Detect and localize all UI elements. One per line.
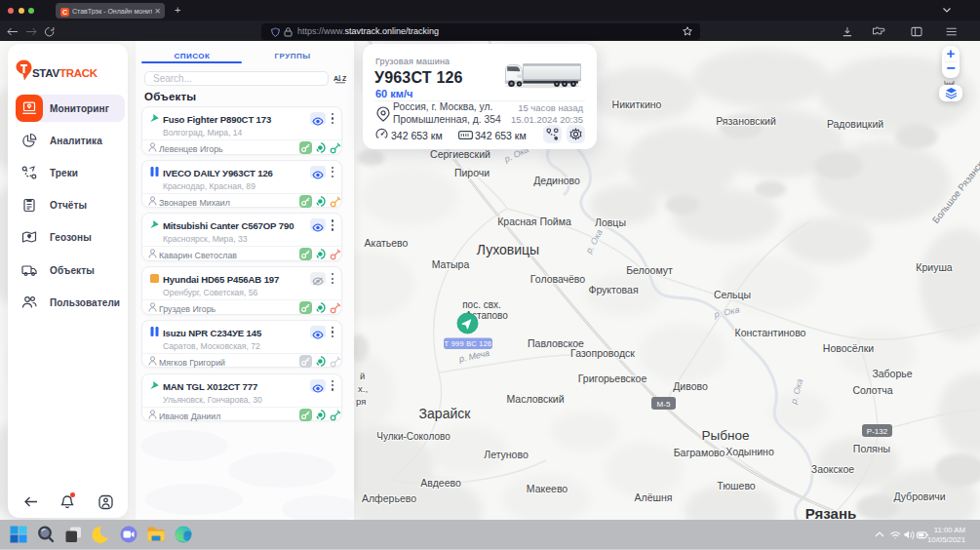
svg-text:Белоомут: Белоомут (626, 264, 673, 276)
svg-text:Масловский: Масловский (506, 393, 564, 405)
svg-text:Р-132: Р-132 (867, 427, 888, 436)
svg-text:Никиткино: Никиткино (612, 98, 662, 110)
svg-text:Головачёво: Головачёво (530, 273, 586, 285)
svg-text:Авдеево: Авдеево (420, 477, 461, 489)
svg-text:Z: Z (342, 75, 347, 82)
svg-text:Рязановский: Рязановский (716, 115, 776, 127)
svg-text:Матыра: Матыра (432, 258, 470, 270)
svg-text:Сергиевский: Сергиевский (430, 148, 490, 160)
svg-text:TRACK: TRACK (59, 67, 98, 79)
svg-text:Т 999 ВС 126: Т 999 ВС 126 (445, 339, 492, 348)
svg-text:A: A (333, 75, 338, 82)
svg-text:Макеево: Макеево (527, 483, 568, 494)
svg-text:Дивово: Дивово (673, 380, 708, 392)
svg-text:ря: ря (356, 396, 366, 407)
svg-text:Ловцы: Ловцы (595, 216, 626, 228)
svg-text:Солотча: Солотча (852, 384, 892, 396)
svg-text:Чулки-Соколово: Чулки-Соколово (376, 431, 451, 442)
svg-text:Летуново: Летуново (484, 449, 529, 460)
svg-text:Поляны: Поляны (853, 443, 890, 454)
svg-text:Заокское: Заокское (811, 463, 855, 475)
svg-text:Константиново: Константиново (735, 327, 806, 338)
svg-text:Пирочи: Пирочи (454, 167, 490, 178)
svg-text:Рязань: Рязань (805, 505, 856, 520)
svg-text:Криуша: Криуша (916, 261, 952, 273)
svg-text:Алёшня: Алёшня (635, 491, 673, 503)
svg-text:Ходынино: Ходынино (725, 446, 774, 457)
svg-text:Тюшево: Тюшево (717, 480, 756, 491)
svg-text:Фруктовая: Фруктовая (588, 284, 638, 295)
svg-text:Сельцы: Сельцы (714, 289, 751, 300)
svg-text:Новосёлки: Новосёлки (823, 342, 875, 354)
svg-text:Радовицкий: Радовицкий (827, 118, 883, 130)
svg-text:Газопроводск: Газопроводск (570, 347, 635, 359)
svg-text:Красная Пойма: Красная Пойма (497, 216, 571, 227)
svg-text:Зарайск: Зарайск (419, 406, 472, 421)
svg-text:Луховицы: Луховицы (477, 242, 539, 257)
svg-text:Рыбное: Рыбное (702, 428, 750, 443)
svg-text:Дединово: Дединово (533, 175, 580, 186)
svg-text:Григорьевское: Григорьевское (578, 373, 647, 384)
svg-text:Акатьево: Акатьево (365, 237, 409, 249)
svg-text:Баграмово: Баграмово (674, 447, 725, 458)
svg-text:пос. свх.: пос. свх. (462, 299, 501, 310)
svg-text:Алферьево: Алферьево (362, 492, 416, 504)
svg-text:х.,: х., (358, 383, 368, 394)
svg-text:М-5: М-5 (657, 400, 671, 409)
svg-text:Заборье: Заборье (872, 368, 912, 379)
svg-text:Дубровичи: Дубровичи (893, 491, 945, 502)
svg-text:STAV: STAV (32, 67, 59, 79)
svg-text:й: й (360, 371, 365, 381)
